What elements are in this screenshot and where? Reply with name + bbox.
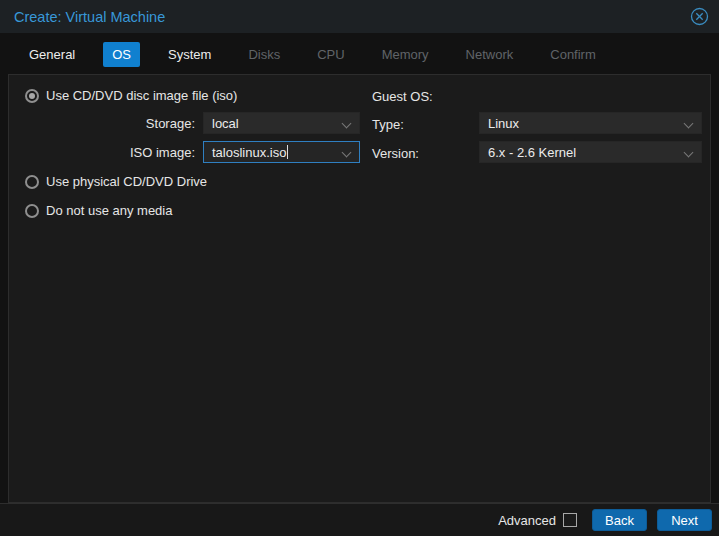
advanced-label: Advanced: [498, 513, 556, 528]
create-vm-dialog: Create: Virtual Machine General OS Syste…: [0, 0, 719, 536]
storage-select[interactable]: local: [203, 112, 360, 134]
text-caret: [287, 145, 288, 159]
tab-cpu: CPU: [308, 42, 353, 67]
wizard-tabs: General OS System Disks CPU Memory Netwo…: [20, 40, 624, 68]
radio-row-iso[interactable]: Use CD/DVD disc image file (iso): [25, 88, 237, 103]
type-label: Type:: [372, 117, 404, 132]
chevron-down-icon: [684, 148, 694, 158]
iso-image-label: ISO image:: [69, 145, 195, 160]
chevron-down-icon: [342, 148, 352, 158]
advanced-checkbox[interactable]: [563, 513, 577, 527]
storage-select-value: local: [212, 116, 239, 131]
radio-use-iso-label: Use CD/DVD disc image file (iso): [46, 88, 237, 103]
tab-general[interactable]: General: [20, 42, 84, 67]
os-type-value: Linux: [488, 116, 519, 131]
next-button[interactable]: Next: [657, 509, 712, 531]
radio-use-physical-label: Use physical CD/DVD Drive: [46, 174, 207, 189]
storage-label: Storage:: [69, 116, 195, 131]
radio-use-iso[interactable]: [25, 89, 39, 103]
tab-os[interactable]: OS: [103, 42, 140, 67]
radio-use-physical[interactable]: [25, 175, 39, 189]
radio-row-physical[interactable]: Use physical CD/DVD Drive: [25, 174, 207, 189]
tab-disks: Disks: [239, 42, 289, 67]
dialog-titlebar: Create: Virtual Machine: [0, 0, 719, 33]
tab-system[interactable]: System: [159, 42, 220, 67]
iso-image-value: taloslinux.iso: [212, 145, 286, 160]
dialog-title: Create: Virtual Machine: [14, 9, 165, 25]
chevron-down-icon: [684, 119, 694, 129]
radio-no-media[interactable]: [25, 204, 39, 218]
tab-confirm: Confirm: [541, 42, 605, 67]
guest-os-header: Guest OS:: [372, 89, 433, 104]
os-type-select[interactable]: Linux: [479, 112, 702, 134]
version-label: Version:: [372, 146, 419, 161]
close-icon[interactable]: [690, 7, 709, 26]
os-version-select[interactable]: 6.x - 2.6 Kernel: [479, 141, 702, 163]
radio-no-media-label: Do not use any media: [46, 203, 172, 218]
os-version-value: 6.x - 2.6 Kernel: [488, 145, 576, 160]
tab-memory: Memory: [373, 42, 438, 67]
os-tab-panel: Use CD/DVD disc image file (iso) Storage…: [8, 74, 711, 503]
tab-network: Network: [457, 42, 523, 67]
radio-row-no-media[interactable]: Do not use any media: [25, 203, 172, 218]
dialog-footer: Advanced Back Next: [0, 503, 719, 536]
iso-image-combobox[interactable]: taloslinux.iso: [203, 141, 360, 163]
back-button[interactable]: Back: [592, 509, 647, 531]
chevron-down-icon: [342, 119, 352, 129]
